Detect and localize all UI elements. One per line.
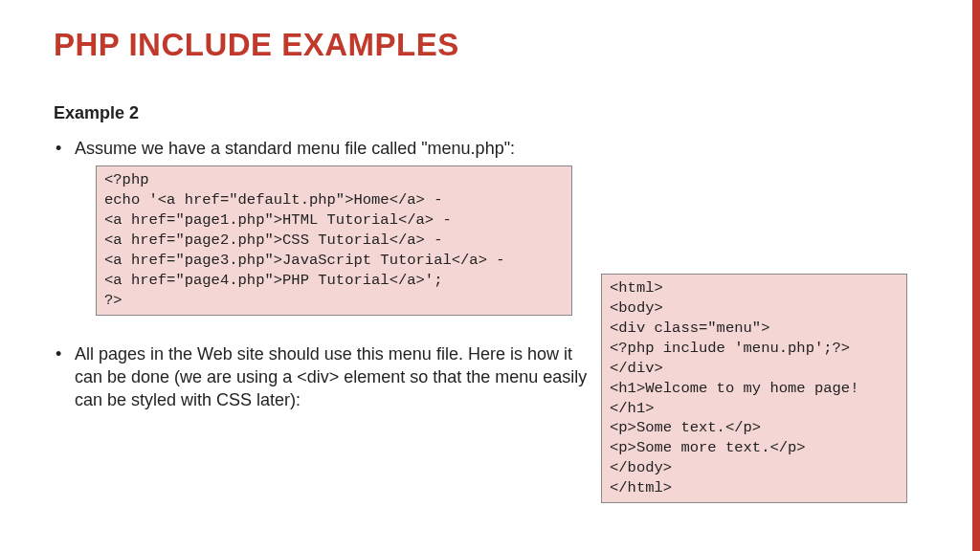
- slide-title: PHP INCLUDE EXAMPLES: [54, 27, 926, 63]
- code-block-menu-php: <?php echo '<a href="default.php">Home</…: [96, 165, 572, 315]
- slide-content: PHP INCLUDE EXAMPLES Example 2 Assume we…: [0, 0, 980, 551]
- accent-bar: [972, 0, 980, 551]
- bullet-text-2: All pages in the Web site should use thi…: [75, 344, 587, 410]
- bullet-text-1: Assume we have a standard menu file call…: [75, 139, 515, 158]
- bullet-item-2: All pages in the Web site should use thi…: [54, 342, 590, 412]
- example-subheading: Example 2: [54, 103, 926, 123]
- code-block-page-html: <html> <body> <div class="menu"> <?php i…: [601, 274, 907, 503]
